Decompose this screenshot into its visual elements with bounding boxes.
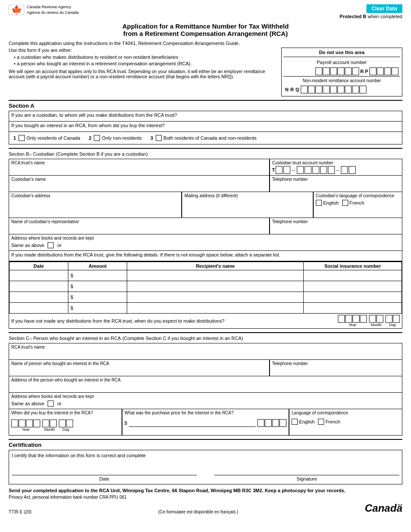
dist-col-recipient: Recipient's name bbox=[127, 262, 304, 270]
custodian-telephone-input[interactable] bbox=[272, 183, 400, 190]
dist-row-1: $ bbox=[10, 270, 402, 281]
section-b-header: Section B– Custodian (Complete Section B… bbox=[9, 148, 402, 157]
section-a-row1: If you are a custodian, to whom will you… bbox=[9, 111, 402, 122]
dist-row-2: $ bbox=[10, 281, 402, 292]
books-row: Address where books and records are kept… bbox=[9, 234, 402, 251]
agency-text: Canada Revenue Agency Agence du revenu d… bbox=[27, 4, 79, 15]
dist-date-2[interactable] bbox=[12, 282, 66, 290]
dist-date-3[interactable] bbox=[12, 293, 66, 301]
signature-sig-item: Signature bbox=[214, 467, 399, 481]
custodian-name-row: Custodian's name Telephone number bbox=[9, 176, 402, 192]
body-text: We will open an account that applies onl… bbox=[9, 69, 277, 79]
date-sig-item: Date bbox=[12, 467, 197, 481]
dist-row-3: $ bbox=[10, 292, 402, 303]
dist-col-date: Date bbox=[10, 262, 68, 270]
dist-col-amount: Amount bbox=[68, 262, 127, 270]
dist-recipient-4[interactable] bbox=[129, 304, 301, 312]
trust-account-field: T – – bbox=[272, 166, 400, 174]
dist-amount-1[interactable] bbox=[74, 272, 118, 279]
c-telephone-input[interactable] bbox=[272, 367, 400, 375]
option2-checkbox[interactable] bbox=[94, 135, 100, 141]
dist-col-sin: Social insurance number bbox=[304, 262, 402, 270]
c-buyer-row: Name of person who bought an interest in… bbox=[9, 360, 402, 376]
dist-row-4: $ bbox=[10, 303, 402, 314]
section-c-box: RCA trust's name Name of person who boug… bbox=[9, 343, 402, 436]
section-b-box: RCA trust's name Custodian trust account… bbox=[9, 159, 402, 329]
footer-send-text: Send your completed application to the R… bbox=[9, 488, 402, 493]
option3-checkbox[interactable] bbox=[156, 135, 162, 141]
custodian-name-input[interactable] bbox=[11, 183, 267, 190]
dist-sin-4[interactable] bbox=[306, 304, 399, 312]
address-row: Custodian's address Mailing address (if … bbox=[9, 192, 402, 218]
dist-date-1[interactable] bbox=[12, 272, 66, 279]
books-address-input-c[interactable] bbox=[65, 400, 400, 407]
dist-amount-2[interactable] bbox=[74, 282, 118, 290]
form-title: Application for a Remittance Number for … bbox=[9, 22, 402, 37]
dist-amount-3[interactable] bbox=[74, 293, 118, 301]
rep-telephone-input[interactable] bbox=[272, 225, 400, 233]
section-a-box: If you are a custodian, to whom will you… bbox=[9, 111, 402, 144]
language-options-c: English French bbox=[292, 419, 400, 425]
rep-row: Name of custodian's representative Telep… bbox=[9, 218, 402, 234]
language-options-b: English French bbox=[316, 200, 400, 206]
dist-date-4[interactable] bbox=[12, 304, 66, 312]
certification-header: Certification bbox=[9, 439, 402, 448]
certification-box: I certify that the information on this f… bbox=[9, 450, 402, 484]
c-buy-details-row: When did you buy the interest in the RCA… bbox=[9, 409, 402, 435]
do-not-use-area: Do not use this area Payroll account num… bbox=[281, 48, 402, 96]
c-buyer-name-input[interactable] bbox=[11, 367, 267, 375]
lang-french-checkbox-c[interactable] bbox=[318, 419, 324, 425]
instructions-text: Complete this application using the inst… bbox=[9, 41, 402, 46]
dist-sin-1[interactable] bbox=[306, 272, 399, 279]
dist-recipient-2[interactable] bbox=[129, 282, 301, 290]
rep-name-input[interactable] bbox=[11, 225, 267, 233]
section-a-row2: If you bought an interest in an RCA, fro… bbox=[9, 122, 402, 132]
bullet2: • a person who bought an interest in a r… bbox=[9, 61, 277, 66]
rca-trust-row: RCA trust's name Custodian trust account… bbox=[9, 159, 402, 176]
lang-french-checkbox-b[interactable] bbox=[342, 200, 348, 206]
dist-sin-3[interactable] bbox=[306, 293, 399, 301]
c-address-row: Address of the person who bought an inte… bbox=[9, 376, 402, 393]
dist-intro: If you made distributions from the RCA t… bbox=[9, 251, 402, 261]
protected-label: Protected B when completed bbox=[340, 14, 402, 19]
same-as-above-checkbox-b[interactable] bbox=[48, 242, 54, 248]
distribution-table-container: Date Amount Recipient's name Social insu… bbox=[9, 261, 402, 314]
c-rca-trust-input[interactable] bbox=[11, 350, 400, 358]
canada-wordmark: Canadä bbox=[365, 502, 402, 514]
dist-recipient-1[interactable] bbox=[129, 272, 301, 279]
lang-english-checkbox-b[interactable] bbox=[316, 200, 322, 206]
c-address-input[interactable] bbox=[11, 383, 400, 391]
option1-checkbox[interactable] bbox=[19, 135, 25, 141]
c-rca-trust-row: RCA trust's name bbox=[9, 343, 402, 360]
rca-trust-name-input[interactable] bbox=[11, 166, 267, 174]
bullet1: • a custodian who makes distributions to… bbox=[9, 54, 277, 60]
same-as-above-checkbox-c[interactable] bbox=[48, 401, 54, 407]
footer-privacy: Privacy Act, personal information bank n… bbox=[9, 495, 402, 500]
dist-sin-2[interactable] bbox=[306, 282, 399, 290]
mailing-address-input[interactable] bbox=[184, 199, 310, 207]
section-a-header: Section A bbox=[9, 100, 402, 109]
c-books-row: Address where books and records are kept… bbox=[9, 393, 402, 409]
books-address-input-b[interactable] bbox=[65, 241, 400, 249]
clear-data-button[interactable]: Clear Data bbox=[366, 4, 402, 13]
use-if-text: Use this form if you are either: bbox=[9, 48, 277, 53]
expected-dist-row: If you have not made any distributions f… bbox=[9, 314, 402, 328]
section-c-header: Section C– Person who bought an interest… bbox=[9, 332, 402, 341]
canada-flag-icon: 🍁 bbox=[9, 5, 24, 15]
custodian-address-input[interactable] bbox=[11, 199, 179, 207]
dist-amount-4[interactable] bbox=[74, 304, 118, 312]
section-a-options: 1 Only residents of Canada 2 Only non-re… bbox=[9, 132, 402, 144]
lang-english-checkbox-c[interactable] bbox=[292, 419, 298, 425]
footer-bottom: T735 E (20) (Ce formulaire est disponibl… bbox=[9, 502, 402, 514]
dist-recipient-3[interactable] bbox=[129, 293, 301, 301]
